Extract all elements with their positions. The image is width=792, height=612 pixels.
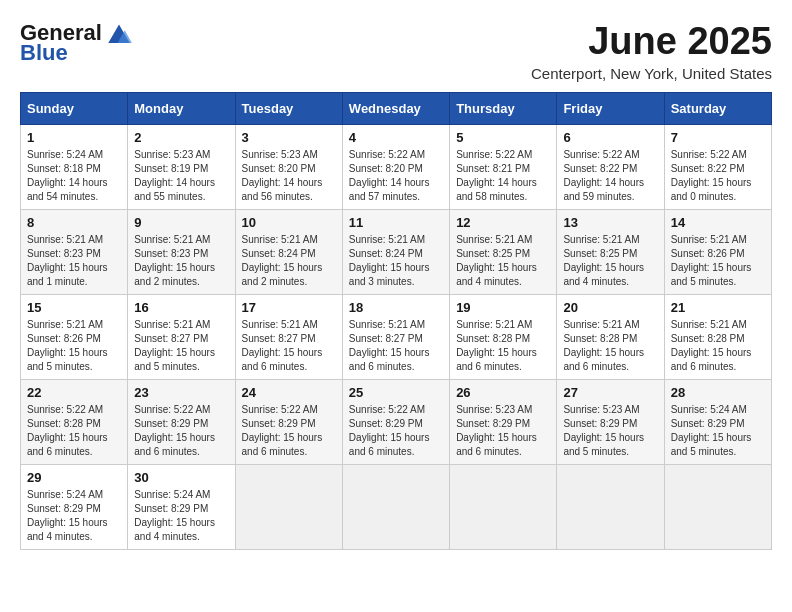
calendar-cell: 26Sunrise: 5:23 AM Sunset: 8:29 PM Dayli… [450, 380, 557, 465]
week-row-3: 15Sunrise: 5:21 AM Sunset: 8:26 PM Dayli… [21, 295, 772, 380]
calendar-cell: 10Sunrise: 5:21 AM Sunset: 8:24 PM Dayli… [235, 210, 342, 295]
day-number: 9 [134, 215, 228, 230]
day-number: 13 [563, 215, 657, 230]
calendar-cell: 13Sunrise: 5:21 AM Sunset: 8:25 PM Dayli… [557, 210, 664, 295]
day-info: Sunrise: 5:21 AM Sunset: 8:24 PM Dayligh… [349, 233, 443, 289]
title-area: June 2025 Centerport, New York, United S… [531, 20, 772, 82]
location-text: Centerport, New York, United States [531, 65, 772, 82]
day-number: 30 [134, 470, 228, 485]
calendar-cell: 2Sunrise: 5:23 AM Sunset: 8:19 PM Daylig… [128, 125, 235, 210]
calendar-cell: 5Sunrise: 5:22 AM Sunset: 8:21 PM Daylig… [450, 125, 557, 210]
day-info: Sunrise: 5:23 AM Sunset: 8:29 PM Dayligh… [456, 403, 550, 459]
calendar-cell: 1Sunrise: 5:24 AM Sunset: 8:18 PM Daylig… [21, 125, 128, 210]
day-info: Sunrise: 5:22 AM Sunset: 8:22 PM Dayligh… [563, 148, 657, 204]
day-info: Sunrise: 5:21 AM Sunset: 8:26 PM Dayligh… [671, 233, 765, 289]
day-number: 10 [242, 215, 336, 230]
calendar-cell: 30Sunrise: 5:24 AM Sunset: 8:29 PM Dayli… [128, 465, 235, 550]
day-info: Sunrise: 5:21 AM Sunset: 8:27 PM Dayligh… [349, 318, 443, 374]
day-number: 24 [242, 385, 336, 400]
month-title: June 2025 [531, 20, 772, 63]
calendar-cell: 15Sunrise: 5:21 AM Sunset: 8:26 PM Dayli… [21, 295, 128, 380]
day-number: 28 [671, 385, 765, 400]
day-number: 20 [563, 300, 657, 315]
day-info: Sunrise: 5:22 AM Sunset: 8:29 PM Dayligh… [242, 403, 336, 459]
day-info: Sunrise: 5:21 AM Sunset: 8:25 PM Dayligh… [456, 233, 550, 289]
day-number: 11 [349, 215, 443, 230]
header-row: SundayMondayTuesdayWednesdayThursdayFrid… [21, 93, 772, 125]
day-number: 8 [27, 215, 121, 230]
day-number: 2 [134, 130, 228, 145]
day-number: 4 [349, 130, 443, 145]
day-number: 3 [242, 130, 336, 145]
calendar-cell: 19Sunrise: 5:21 AM Sunset: 8:28 PM Dayli… [450, 295, 557, 380]
calendar-cell: 16Sunrise: 5:21 AM Sunset: 8:27 PM Dayli… [128, 295, 235, 380]
day-number: 6 [563, 130, 657, 145]
day-number: 21 [671, 300, 765, 315]
calendar-cell: 29Sunrise: 5:24 AM Sunset: 8:29 PM Dayli… [21, 465, 128, 550]
calendar-cell: 23Sunrise: 5:22 AM Sunset: 8:29 PM Dayli… [128, 380, 235, 465]
day-info: Sunrise: 5:21 AM Sunset: 8:23 PM Dayligh… [27, 233, 121, 289]
day-number: 19 [456, 300, 550, 315]
day-number: 17 [242, 300, 336, 315]
day-info: Sunrise: 5:21 AM Sunset: 8:27 PM Dayligh… [242, 318, 336, 374]
logo-icon [104, 23, 134, 43]
day-number: 18 [349, 300, 443, 315]
calendar-cell [557, 465, 664, 550]
day-number: 15 [27, 300, 121, 315]
calendar-cell [450, 465, 557, 550]
page-header: General Blue June 2025 Centerport, New Y… [20, 20, 772, 82]
day-info: Sunrise: 5:21 AM Sunset: 8:28 PM Dayligh… [563, 318, 657, 374]
day-info: Sunrise: 5:24 AM Sunset: 8:18 PM Dayligh… [27, 148, 121, 204]
week-row-2: 8Sunrise: 5:21 AM Sunset: 8:23 PM Daylig… [21, 210, 772, 295]
day-info: Sunrise: 5:23 AM Sunset: 8:20 PM Dayligh… [242, 148, 336, 204]
day-info: Sunrise: 5:22 AM Sunset: 8:28 PM Dayligh… [27, 403, 121, 459]
calendar-cell [342, 465, 449, 550]
calendar-cell: 20Sunrise: 5:21 AM Sunset: 8:28 PM Dayli… [557, 295, 664, 380]
day-info: Sunrise: 5:24 AM Sunset: 8:29 PM Dayligh… [27, 488, 121, 544]
calendar-cell: 27Sunrise: 5:23 AM Sunset: 8:29 PM Dayli… [557, 380, 664, 465]
day-info: Sunrise: 5:22 AM Sunset: 8:29 PM Dayligh… [134, 403, 228, 459]
calendar-cell: 6Sunrise: 5:22 AM Sunset: 8:22 PM Daylig… [557, 125, 664, 210]
calendar-cell: 24Sunrise: 5:22 AM Sunset: 8:29 PM Dayli… [235, 380, 342, 465]
day-info: Sunrise: 5:22 AM Sunset: 8:20 PM Dayligh… [349, 148, 443, 204]
day-info: Sunrise: 5:21 AM Sunset: 8:28 PM Dayligh… [456, 318, 550, 374]
logo: General Blue [20, 20, 134, 66]
calendar-cell: 7Sunrise: 5:22 AM Sunset: 8:22 PM Daylig… [664, 125, 771, 210]
day-info: Sunrise: 5:21 AM Sunset: 8:27 PM Dayligh… [134, 318, 228, 374]
calendar-cell [664, 465, 771, 550]
day-info: Sunrise: 5:22 AM Sunset: 8:22 PM Dayligh… [671, 148, 765, 204]
week-row-5: 29Sunrise: 5:24 AM Sunset: 8:29 PM Dayli… [21, 465, 772, 550]
calendar-cell: 11Sunrise: 5:21 AM Sunset: 8:24 PM Dayli… [342, 210, 449, 295]
day-info: Sunrise: 5:24 AM Sunset: 8:29 PM Dayligh… [134, 488, 228, 544]
day-info: Sunrise: 5:21 AM Sunset: 8:23 PM Dayligh… [134, 233, 228, 289]
day-header-monday: Monday [128, 93, 235, 125]
calendar-cell: 21Sunrise: 5:21 AM Sunset: 8:28 PM Dayli… [664, 295, 771, 380]
day-info: Sunrise: 5:21 AM Sunset: 8:28 PM Dayligh… [671, 318, 765, 374]
day-number: 7 [671, 130, 765, 145]
calendar-cell: 4Sunrise: 5:22 AM Sunset: 8:20 PM Daylig… [342, 125, 449, 210]
day-header-wednesday: Wednesday [342, 93, 449, 125]
day-number: 12 [456, 215, 550, 230]
day-number: 16 [134, 300, 228, 315]
calendar-cell: 28Sunrise: 5:24 AM Sunset: 8:29 PM Dayli… [664, 380, 771, 465]
day-number: 1 [27, 130, 121, 145]
calendar-cell: 22Sunrise: 5:22 AM Sunset: 8:28 PM Dayli… [21, 380, 128, 465]
day-number: 29 [27, 470, 121, 485]
calendar-cell: 8Sunrise: 5:21 AM Sunset: 8:23 PM Daylig… [21, 210, 128, 295]
day-header-friday: Friday [557, 93, 664, 125]
day-header-sunday: Sunday [21, 93, 128, 125]
calendar-cell: 9Sunrise: 5:21 AM Sunset: 8:23 PM Daylig… [128, 210, 235, 295]
day-number: 23 [134, 385, 228, 400]
day-number: 5 [456, 130, 550, 145]
day-number: 25 [349, 385, 443, 400]
day-number: 27 [563, 385, 657, 400]
day-info: Sunrise: 5:21 AM Sunset: 8:24 PM Dayligh… [242, 233, 336, 289]
calendar-cell: 25Sunrise: 5:22 AM Sunset: 8:29 PM Dayli… [342, 380, 449, 465]
day-number: 14 [671, 215, 765, 230]
calendar-cell: 18Sunrise: 5:21 AM Sunset: 8:27 PM Dayli… [342, 295, 449, 380]
day-info: Sunrise: 5:24 AM Sunset: 8:29 PM Dayligh… [671, 403, 765, 459]
day-info: Sunrise: 5:22 AM Sunset: 8:21 PM Dayligh… [456, 148, 550, 204]
day-header-saturday: Saturday [664, 93, 771, 125]
day-number: 22 [27, 385, 121, 400]
day-header-tuesday: Tuesday [235, 93, 342, 125]
